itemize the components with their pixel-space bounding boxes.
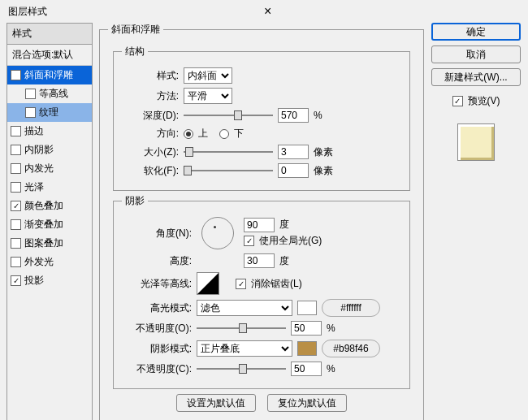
angle-input[interactable] bbox=[244, 218, 275, 232]
style-item-5[interactable]: 内发光 bbox=[7, 159, 92, 178]
soften-input[interactable] bbox=[278, 163, 309, 178]
style-checkbox-5[interactable] bbox=[11, 163, 21, 174]
shadow-mode-select[interactable]: 正片叠底 bbox=[197, 340, 292, 357]
style-item-7[interactable]: 颜色叠加 bbox=[7, 197, 92, 215]
highlight-opacity-unit: % bbox=[327, 323, 335, 334]
global-light-label: 使用全局光(G) bbox=[259, 234, 322, 248]
soften-unit: 像素 bbox=[314, 164, 333, 178]
close-icon[interactable]: × bbox=[264, 4, 520, 19]
soften-label: 软化(F): bbox=[122, 164, 179, 178]
shadow-opacity-unit: % bbox=[327, 363, 335, 375]
highlight-mode-label: 高光模式: bbox=[122, 301, 192, 315]
reset-default-button[interactable]: 复位为默认值 bbox=[267, 394, 347, 412]
style-checkbox-3[interactable] bbox=[11, 126, 21, 136]
style-item-9[interactable]: 图案叠加 bbox=[7, 234, 92, 253]
size-unit: 像素 bbox=[314, 145, 333, 159]
highlight-opacity-slider[interactable] bbox=[197, 323, 286, 334]
direction-up-radio[interactable] bbox=[184, 129, 193, 139]
preview-checkbox[interactable] bbox=[452, 96, 463, 106]
style-item-0[interactable]: 斜面和浮雕 bbox=[7, 66, 92, 84]
styles-sidebar: 样式 混合选项:默认 斜面和浮雕等高线纹理描边内阴影内发光光泽颜色叠加渐变叠加图… bbox=[6, 23, 93, 420]
highlight-opacity-label: 不透明度(O): bbox=[122, 322, 192, 336]
shading-group: 阴影 角度(N): 度 使用全局光(G) bbox=[113, 194, 410, 389]
style-label-1: 等高线 bbox=[39, 87, 68, 101]
blend-options[interactable]: 混合选项:默认 bbox=[7, 45, 92, 66]
style-item-6[interactable]: 光泽 bbox=[7, 178, 92, 197]
style-checkbox-7[interactable] bbox=[11, 201, 21, 211]
gloss-label: 光泽等高线: bbox=[122, 277, 192, 291]
shadow-opacity-input[interactable] bbox=[291, 362, 322, 376]
size-slider[interactable] bbox=[184, 146, 273, 158]
style-label-8: 渐变叠加 bbox=[24, 218, 63, 232]
make-default-button[interactable]: 设置为默认值 bbox=[176, 394, 256, 412]
style-checkbox-9[interactable] bbox=[11, 238, 21, 249]
style-checkbox-0[interactable] bbox=[11, 70, 21, 80]
bevel-group: 斜面和浮雕 结构 样式: 内斜面 方法: 平滑 深度(D): % bbox=[99, 23, 424, 420]
angle-dial[interactable] bbox=[201, 217, 234, 249]
shading-legend: 阴影 bbox=[122, 194, 148, 208]
direction-label: 方向: bbox=[122, 127, 179, 141]
global-light-checkbox[interactable] bbox=[244, 236, 254, 246]
style-select[interactable]: 内斜面 bbox=[184, 67, 232, 84]
style-checkbox-6[interactable] bbox=[11, 182, 21, 193]
style-item-11[interactable]: 投影 bbox=[7, 271, 92, 290]
technique-select[interactable]: 平滑 bbox=[184, 88, 232, 104]
structure-legend: 结构 bbox=[122, 45, 148, 58]
style-checkbox-10[interactable] bbox=[11, 257, 21, 267]
direction-down-radio[interactable] bbox=[219, 129, 229, 139]
highlight-color-swatch[interactable] bbox=[297, 301, 317, 315]
style-label-6: 光泽 bbox=[24, 180, 44, 194]
shadow-color-code: #b98f46 bbox=[322, 340, 380, 357]
depth-input[interactable] bbox=[278, 108, 309, 123]
style-item-2[interactable]: 纹理 bbox=[7, 103, 92, 122]
shadow-mode-label: 阴影模式: bbox=[122, 342, 192, 356]
bevel-legend: 斜面和浮雕 bbox=[108, 23, 163, 37]
gloss-contour[interactable] bbox=[197, 272, 219, 295]
style-label-0: 斜面和浮雕 bbox=[24, 68, 73, 82]
altitude-input[interactable] bbox=[244, 253, 275, 268]
style-label-4: 内阴影 bbox=[24, 143, 54, 157]
depth-slider[interactable] bbox=[184, 110, 273, 121]
angle-label: 角度(N): bbox=[122, 227, 192, 240]
style-item-8[interactable]: 渐变叠加 bbox=[7, 215, 92, 234]
technique-label: 方法: bbox=[122, 89, 179, 103]
direction-down-label: 下 bbox=[234, 127, 244, 141]
style-item-4[interactable]: 内阴影 bbox=[7, 141, 92, 159]
ok-button[interactable]: 确定 bbox=[431, 23, 521, 41]
structure-group: 结构 样式: 内斜面 方法: 平滑 深度(D): % 方向: bbox=[113, 45, 410, 191]
sidebar-header: 样式 bbox=[7, 24, 92, 45]
direction-up-label: 上 bbox=[198, 127, 208, 141]
highlight-mode-select[interactable]: 滤色 bbox=[197, 300, 292, 316]
shadow-opacity-label: 不透明度(C): bbox=[122, 362, 192, 376]
shadow-color-swatch[interactable] bbox=[297, 341, 317, 356]
size-label: 大小(Z): bbox=[122, 145, 179, 159]
soften-slider[interactable] bbox=[184, 165, 273, 176]
style-checkbox-2[interactable] bbox=[25, 107, 36, 118]
antialias-label: 消除锯齿(L) bbox=[251, 277, 302, 291]
preview-thumbnail bbox=[457, 123, 495, 161]
style-label-11: 投影 bbox=[24, 274, 44, 288]
altitude-unit: 度 bbox=[279, 254, 289, 268]
style-checkbox-11[interactable] bbox=[11, 275, 21, 286]
size-input[interactable] bbox=[278, 145, 309, 159]
style-label-5: 内发光 bbox=[24, 162, 54, 175]
style-checkbox-8[interactable] bbox=[11, 219, 21, 230]
style-label: 样式: bbox=[122, 69, 179, 83]
cancel-button[interactable]: 取消 bbox=[431, 45, 521, 63]
antialias-checkbox[interactable] bbox=[236, 279, 246, 289]
depth-unit: % bbox=[314, 110, 322, 121]
preview-label: 预览(V) bbox=[468, 94, 500, 108]
new-style-button[interactable]: 新建样式(W)... bbox=[431, 68, 521, 86]
style-item-1[interactable]: 等高线 bbox=[7, 84, 92, 103]
style-checkbox-1[interactable] bbox=[25, 89, 36, 99]
style-label-2: 纹理 bbox=[39, 106, 58, 119]
style-checkbox-4[interactable] bbox=[11, 145, 21, 155]
altitude-label: 高度: bbox=[122, 254, 192, 268]
style-item-3[interactable]: 描边 bbox=[7, 122, 92, 141]
style-label-10: 外发光 bbox=[24, 255, 54, 269]
window-title: 图层样式 bbox=[8, 5, 264, 19]
style-item-10[interactable]: 外发光 bbox=[7, 253, 92, 271]
highlight-opacity-input[interactable] bbox=[291, 321, 322, 336]
style-label-7: 颜色叠加 bbox=[24, 199, 63, 213]
shadow-opacity-slider[interactable] bbox=[197, 363, 286, 375]
